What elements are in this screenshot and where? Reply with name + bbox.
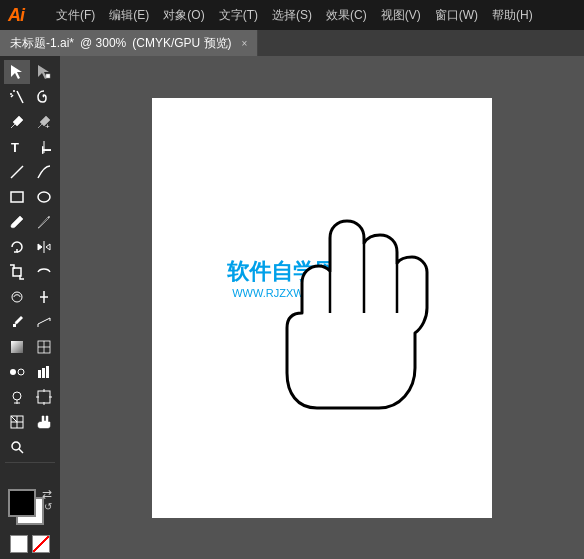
svg-rect-35 xyxy=(38,391,50,403)
menu-select[interactable]: 选择(S) xyxy=(266,3,318,28)
menu-window[interactable]: 窗口(W) xyxy=(429,3,484,28)
svg-point-13 xyxy=(38,192,50,202)
ellipse-tool[interactable] xyxy=(31,185,57,209)
mesh-tool[interactable] xyxy=(31,335,57,359)
tool-group-brush xyxy=(4,210,57,234)
placeholder-tool xyxy=(31,435,57,459)
tool-group-blend xyxy=(4,360,57,384)
color-boxes: ⇄ ↺ xyxy=(8,489,52,533)
hand-illustration xyxy=(267,198,447,418)
artboard-tool[interactable] xyxy=(31,385,57,409)
rotate-tool[interactable] xyxy=(4,235,30,259)
svg-line-11 xyxy=(11,166,23,178)
blend-tool[interactable] xyxy=(4,360,30,384)
tool-group-shape xyxy=(4,185,57,209)
svg-rect-17 xyxy=(13,268,21,276)
tool-group-eyedropper xyxy=(4,310,57,334)
symbol-tool[interactable] xyxy=(4,385,30,409)
svg-line-3 xyxy=(17,91,23,103)
menu-file[interactable]: 文件(F) xyxy=(50,3,101,28)
svg-rect-25 xyxy=(11,341,23,353)
svg-point-30 xyxy=(18,369,24,375)
svg-line-4 xyxy=(11,95,13,97)
svg-marker-0 xyxy=(11,65,22,79)
lasso-tool[interactable] xyxy=(31,85,57,109)
pen-tool[interactable] xyxy=(4,110,30,134)
tab-close-button[interactable]: × xyxy=(242,38,248,49)
zoom-tool[interactable] xyxy=(4,435,30,459)
svg-marker-16 xyxy=(46,244,50,250)
gradient-tool[interactable] xyxy=(4,335,30,359)
tool-group-lasso xyxy=(4,85,57,109)
eyedropper-tool[interactable] xyxy=(4,310,30,334)
type-tool[interactable]: T xyxy=(4,135,30,159)
tool-group-gradient xyxy=(4,335,57,359)
magic-wand-tool[interactable] xyxy=(4,85,30,109)
menu-view[interactable]: 视图(V) xyxy=(375,3,427,28)
svg-rect-32 xyxy=(42,368,45,378)
menu-bar: 文件(F) 编辑(E) 对象(O) 文字(T) 选择(S) 效果(C) 视图(V… xyxy=(50,3,576,28)
scale-tool[interactable] xyxy=(4,260,30,284)
svg-rect-2 xyxy=(46,74,50,78)
tool-group-zoom xyxy=(4,435,57,459)
selection-tool[interactable] xyxy=(4,60,30,84)
svg-rect-31 xyxy=(38,370,41,378)
svg-line-43 xyxy=(11,416,17,422)
canvas-area: 软件自学网 WWW.RJZXW.COM xyxy=(60,56,584,559)
tool-group-select xyxy=(4,60,57,84)
warp-tool[interactable] xyxy=(4,285,30,309)
slice-tool[interactable] xyxy=(4,410,30,434)
main-area: + T T xyxy=(0,56,584,559)
reflect-tool[interactable] xyxy=(31,235,57,259)
title-bar: Ai 文件(F) 编辑(E) 对象(O) 文字(T) 选择(S) 效果(C) 视… xyxy=(0,0,584,30)
menu-object[interactable]: 对象(O) xyxy=(157,3,210,28)
direct-select-tool[interactable] xyxy=(31,60,57,84)
tool-group-scale xyxy=(4,260,57,284)
no-color-box[interactable] xyxy=(32,535,50,553)
graph-tool[interactable] xyxy=(31,360,57,384)
vertical-type-tool[interactable]: T xyxy=(31,135,57,159)
tool-group-line xyxy=(4,160,57,184)
menu-text[interactable]: 文字(T) xyxy=(213,3,264,28)
svg-text:T: T xyxy=(39,146,52,154)
width-tool[interactable] xyxy=(31,285,57,309)
tool-group-type: T T xyxy=(4,135,57,159)
hand-tool[interactable] xyxy=(31,410,57,434)
stroke-fill-row xyxy=(10,535,50,553)
pencil-tool[interactable] xyxy=(31,210,57,234)
arc-tool[interactable] xyxy=(31,160,57,184)
svg-point-29 xyxy=(10,369,16,375)
svg-point-44 xyxy=(12,442,20,450)
measure-tool[interactable] xyxy=(31,310,57,334)
stroke-box[interactable] xyxy=(10,535,28,553)
tab-zoom: @ 300% xyxy=(80,36,126,50)
rect-tool[interactable] xyxy=(4,185,30,209)
reset-colors-icon[interactable]: ↺ xyxy=(44,501,52,533)
menu-help[interactable]: 帮助(H) xyxy=(486,3,539,28)
brush-tool[interactable] xyxy=(4,210,30,234)
toolbar: + T T xyxy=(0,56,60,559)
menu-effect[interactable]: 效果(C) xyxy=(320,3,373,28)
svg-text:T: T xyxy=(11,140,19,155)
tab-bar: 未标题-1.ai* @ 300% (CMYK/GPU 预览) × xyxy=(0,30,584,56)
svg-marker-15 xyxy=(38,244,42,250)
tab-title: 未标题-1.ai* xyxy=(10,35,74,52)
document-tab[interactable]: 未标题-1.ai* @ 300% (CMYK/GPU 预览) × xyxy=(0,30,258,56)
svg-rect-12 xyxy=(11,192,23,202)
foreground-color-box[interactable] xyxy=(8,489,36,517)
add-anchor-tool[interactable]: + xyxy=(31,110,57,134)
tool-group-rotate xyxy=(4,235,57,259)
reshape-tool[interactable] xyxy=(31,260,57,284)
tool-group-warp xyxy=(4,285,57,309)
tab-mode: (CMYK/GPU 预览) xyxy=(132,35,231,52)
menu-edit[interactable]: 编辑(E) xyxy=(103,3,155,28)
line-tool[interactable] xyxy=(4,160,30,184)
svg-line-22 xyxy=(38,318,50,324)
ai-logo: Ai xyxy=(8,5,40,26)
switch-colors-icon[interactable]: ⇄ xyxy=(42,487,52,501)
svg-rect-21 xyxy=(13,324,16,327)
svg-text:+: + xyxy=(45,122,50,130)
toolbar-separator xyxy=(5,462,55,463)
tool-group-slice xyxy=(4,410,57,434)
color-section: ⇄ ↺ xyxy=(8,489,52,553)
